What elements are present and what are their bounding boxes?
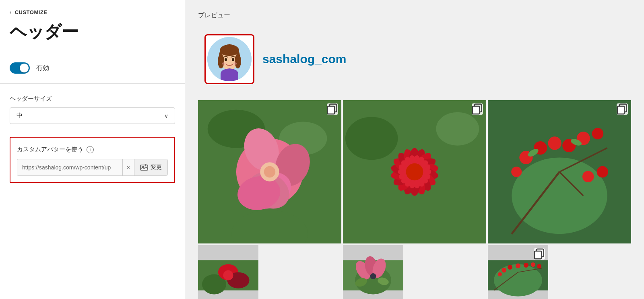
toggle-label: 有効 xyxy=(36,64,49,72)
image-upload-icon xyxy=(140,163,148,171)
copy-icon-2[interactable] xyxy=(472,103,483,115)
svg-point-51 xyxy=(406,163,423,181)
svg-rect-71 xyxy=(617,106,625,114)
custom-avatar-label-text: カスタムアバターを使う xyxy=(17,146,83,153)
svg-point-31 xyxy=(436,112,479,146)
clear-icon: × xyxy=(127,164,130,171)
svg-rect-53 xyxy=(473,106,480,114)
copy-icon-1[interactable] xyxy=(327,103,338,115)
back-nav-label: CUSTOMIZE xyxy=(15,9,47,15)
svg-point-92 xyxy=(524,263,528,268)
page-title: ヘッダー xyxy=(0,23,185,51)
preview-label: プレビュー xyxy=(198,11,631,20)
header-size-value: 中 xyxy=(17,112,23,120)
avatar-url-input[interactable] xyxy=(17,159,122,175)
svg-point-90 xyxy=(508,265,512,270)
custom-avatar-section: カスタムアバターを使う i × 変更 xyxy=(10,137,175,183)
settings-panel: ‹ CUSTOMIZE ヘッダー 有効 ヘッダーサイズ 中 ∨ カスタムアバター… xyxy=(0,0,185,299)
svg-point-9 xyxy=(218,54,224,68)
preview-panel: プレビュー xyxy=(185,0,644,299)
svg-point-61 xyxy=(548,136,561,150)
svg-point-66 xyxy=(597,166,608,177)
copy-icon-6[interactable] xyxy=(534,248,545,260)
copy-icon-3[interactable] xyxy=(617,103,628,115)
svg-point-91 xyxy=(516,264,520,268)
svg-point-11 xyxy=(225,58,227,61)
svg-point-94 xyxy=(537,264,541,268)
photo-grid xyxy=(198,100,631,299)
svg-point-65 xyxy=(582,171,594,182)
avatar-circle xyxy=(207,37,252,81)
svg-point-95 xyxy=(498,272,502,276)
toggle-row: 有効 xyxy=(0,62,185,83)
ig-header: sashalog_com xyxy=(198,28,631,91)
photo-cell-5[interactable] xyxy=(343,245,403,299)
info-icon[interactable]: i xyxy=(87,146,94,153)
site-name-link[interactable]: sashalog_com xyxy=(262,52,346,66)
svg-point-93 xyxy=(531,262,535,267)
svg-point-82 xyxy=(370,273,376,279)
header-size-select[interactable]: 中 ∨ xyxy=(10,107,175,124)
photo-cell-6[interactable] xyxy=(488,245,548,299)
photo-cell-3[interactable] xyxy=(488,100,631,243)
svg-point-14 xyxy=(233,62,237,65)
change-avatar-button[interactable]: 変更 xyxy=(134,159,167,175)
chevron-down-icon: ∨ xyxy=(164,113,168,119)
change-label: 変更 xyxy=(151,164,162,171)
header-size-label: ヘッダーサイズ xyxy=(0,95,185,107)
svg-point-86 xyxy=(494,264,542,297)
avatar-wrapper xyxy=(204,34,254,84)
svg-point-10 xyxy=(235,54,241,68)
svg-point-26 xyxy=(264,166,275,177)
avatar-url-input-row: × 変更 xyxy=(17,159,168,176)
svg-point-12 xyxy=(232,58,234,61)
back-chevron-icon: ‹ xyxy=(10,9,12,15)
custom-avatar-label-row: カスタムアバターを使う i xyxy=(17,146,168,153)
back-nav[interactable]: ‹ CUSTOMIZE xyxy=(0,0,185,23)
svg-point-67 xyxy=(511,167,522,177)
divider-1 xyxy=(0,51,185,51)
photo-cell-1[interactable] xyxy=(198,100,341,243)
svg-point-89 xyxy=(502,268,506,273)
clear-url-button[interactable]: × xyxy=(122,159,134,175)
divider-2 xyxy=(0,83,185,84)
svg-rect-97 xyxy=(535,251,542,259)
svg-rect-28 xyxy=(328,106,335,114)
svg-point-76 xyxy=(223,270,233,280)
svg-point-55 xyxy=(512,157,607,234)
photo-cell-2[interactable] xyxy=(343,100,486,243)
svg-point-13 xyxy=(222,62,226,65)
enable-toggle[interactable] xyxy=(10,62,30,74)
svg-point-64 xyxy=(592,128,603,139)
photo-cell-4[interactable] xyxy=(198,245,258,299)
svg-point-30 xyxy=(345,117,398,160)
